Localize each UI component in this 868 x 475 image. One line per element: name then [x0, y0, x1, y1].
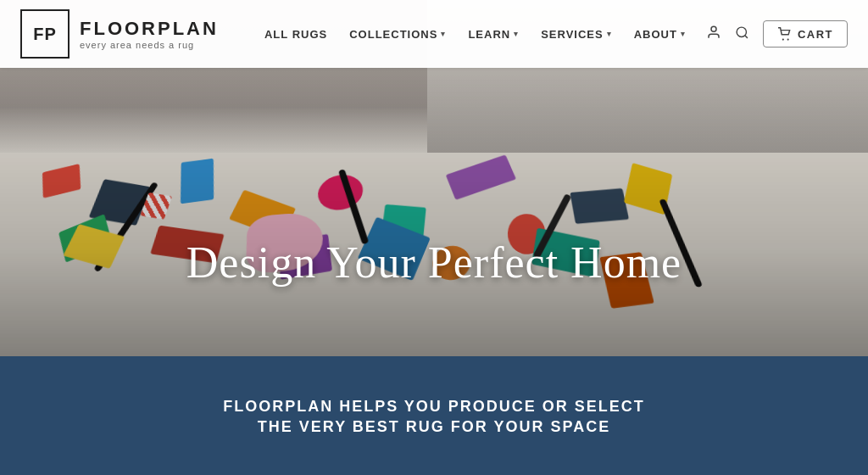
logo-area[interactable]: FP FLOORPLAN every area needs a rug — [20, 9, 219, 59]
logo-symbol: FP — [20, 9, 70, 59]
nav-collections[interactable]: COLLECTIONS ▾ — [341, 23, 454, 46]
bottom-section: FLOORPLAN HELPS YOU PRODUCE OR SELECT TH… — [0, 356, 868, 475]
svg-point-4 — [787, 38, 788, 40]
svg-point-1 — [737, 27, 746, 36]
hero-text-container: Design Your Perfect Home — [0, 238, 868, 288]
learn-chevron-icon: ▾ — [514, 30, 519, 38]
logo-tagline: every area needs a rug — [80, 40, 219, 50]
nav-all-rugs[interactable]: ALL RUGS — [256, 23, 336, 46]
account-icon[interactable] — [703, 21, 725, 47]
search-icon[interactable] — [732, 22, 753, 47]
services-chevron-icon: ▾ — [607, 30, 612, 38]
hero-title: Design Your Perfect Home — [0, 238, 868, 288]
svg-point-3 — [782, 38, 784, 40]
cart-label: CART — [798, 28, 833, 41]
nav-icon-group: CART — [703, 20, 848, 48]
logo-text: FLOORPLAN every area needs a rug — [80, 18, 219, 50]
cart-icon — [777, 27, 793, 41]
svg-point-0 — [711, 26, 716, 31]
cart-button[interactable]: CART — [763, 20, 848, 48]
logo-brand: FLOORPLAN — [80, 18, 219, 40]
svg-line-2 — [745, 35, 748, 37]
bottom-line-2: THE VERY BEST RUG FOR YOUR SPACE — [258, 418, 610, 436]
main-nav: ALL RUGS COLLECTIONS ▾ LEARN ▾ SERVICES … — [256, 20, 848, 48]
nav-about[interactable]: ABOUT ▾ — [626, 23, 694, 46]
collections-chevron-icon: ▾ — [441, 30, 446, 38]
nav-services[interactable]: SERVICES ▾ — [532, 23, 620, 46]
bottom-line-1: FLOORPLAN HELPS YOU PRODUCE OR SELECT — [223, 395, 645, 418]
header: FP FLOORPLAN every area needs a rug ALL … — [0, 0, 868, 68]
nav-learn[interactable]: LEARN ▾ — [459, 23, 527, 46]
about-chevron-icon: ▾ — [681, 30, 686, 38]
